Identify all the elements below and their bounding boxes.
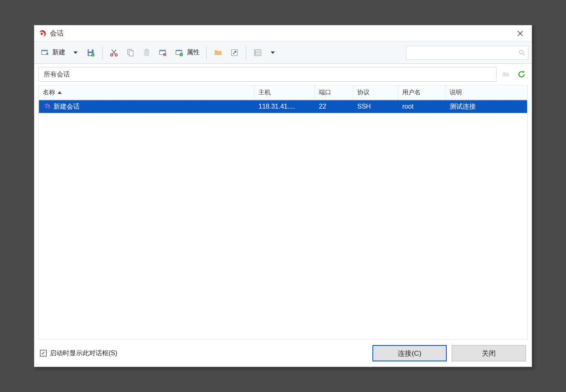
- column-header-port[interactable]: 端口: [315, 85, 353, 100]
- search-input[interactable]: [410, 49, 518, 56]
- table-header: 名称 主机 端口 协议 用户名 说明: [39, 85, 527, 100]
- svg-rect-11: [145, 49, 148, 50]
- shortcut-button[interactable]: [227, 45, 242, 60]
- properties-button-label: 属性: [187, 48, 200, 57]
- toolbar-separator: [206, 46, 207, 60]
- copy-button[interactable]: [123, 45, 138, 60]
- sessions-dialog: 会话 新建: [34, 25, 532, 367]
- view-list-icon: [253, 48, 263, 58]
- cell-description: 测试连接: [450, 103, 476, 110]
- checkbox-icon: ✓: [40, 350, 47, 356]
- properties-button[interactable]: 属性: [172, 45, 202, 60]
- close-icon: [517, 31, 523, 36]
- cell-host: 118.31.41....: [258, 103, 295, 110]
- column-header-description[interactable]: 说明: [446, 85, 527, 100]
- chevron-down-icon: [271, 51, 275, 54]
- svg-point-26: [45, 106, 47, 108]
- column-header-name-label: 名称: [43, 89, 55, 96]
- cell-protocol: SSH: [357, 103, 371, 110]
- save-button[interactable]: [83, 45, 98, 60]
- pathbar: 所有会话: [34, 64, 532, 85]
- svg-rect-22: [257, 51, 260, 51]
- folder-open-icon: [501, 70, 510, 79]
- toolbar: 新建: [34, 42, 532, 64]
- show-on-startup-label: 启动时显示此对话框(S): [50, 349, 117, 358]
- window-title: 会话: [50, 29, 64, 38]
- paste-button[interactable]: [139, 45, 154, 60]
- column-header-protocol[interactable]: 协议: [353, 85, 398, 100]
- path-value: 所有会话: [44, 70, 70, 79]
- svg-rect-24: [257, 53, 260, 54]
- svg-rect-13: [160, 50, 166, 51]
- svg-rect-20: [255, 52, 256, 53]
- view-button[interactable]: [250, 45, 265, 60]
- column-header-host-label: 主机: [258, 89, 271, 96]
- delete-button[interactable]: [156, 45, 170, 60]
- cell-name: 新建会话: [53, 102, 80, 111]
- toolbar-separator: [102, 46, 103, 60]
- title-left: 会话: [38, 29, 64, 38]
- column-header-username[interactable]: 用户名: [398, 85, 446, 100]
- column-header-description-label: 说明: [450, 89, 462, 96]
- new-button-label: 新建: [52, 48, 65, 57]
- column-header-name[interactable]: 名称: [39, 85, 254, 100]
- svg-point-0: [40, 32, 43, 35]
- cell-port: 22: [319, 103, 326, 110]
- search-box[interactable]: [406, 46, 528, 60]
- cell-username: root: [402, 103, 414, 110]
- cut-icon: [109, 48, 119, 58]
- shortcut-icon: [230, 48, 239, 58]
- sort-ascending-icon: [58, 91, 62, 94]
- svg-rect-21: [255, 53, 256, 54]
- save-icon: [86, 48, 96, 58]
- close-button[interactable]: [511, 27, 529, 40]
- table-row[interactable]: 新建会话 118.31.41.... 22 SSH root 测试连接: [39, 100, 527, 113]
- column-header-host[interactable]: 主机: [254, 85, 315, 100]
- app-logo-icon: [38, 29, 47, 38]
- refresh-icon: [517, 70, 526, 79]
- svg-rect-19: [255, 51, 256, 51]
- svg-point-25: [519, 50, 523, 54]
- session-icon: [43, 102, 51, 111]
- folder-open-button[interactable]: [500, 68, 512, 80]
- svg-rect-9: [129, 51, 133, 56]
- svg-rect-23: [257, 52, 260, 53]
- dialog-footer: ✓ 启动时显示此对话框(S) 连接(C) 关闭: [34, 340, 532, 367]
- delete-icon: [158, 48, 168, 58]
- svg-rect-15: [176, 50, 182, 51]
- column-header-username-label: 用户名: [402, 89, 421, 96]
- close-dialog-button-label: 关闭: [482, 349, 496, 358]
- new-dropdown[interactable]: [69, 45, 82, 60]
- properties-icon: [174, 48, 184, 58]
- refresh-button[interactable]: [515, 68, 528, 80]
- chevron-down-icon: [74, 51, 78, 54]
- search-icon: [518, 49, 526, 56]
- new-folder-button[interactable]: [211, 45, 225, 60]
- cut-button[interactable]: [107, 45, 121, 60]
- toolbar-separator: [246, 46, 246, 60]
- svg-rect-2: [42, 50, 48, 51]
- new-icon: [40, 48, 50, 58]
- column-header-protocol-label: 协议: [357, 89, 370, 96]
- table-body: 新建会话 118.31.41.... 22 SSH root 测试连接: [39, 100, 527, 339]
- connect-button[interactable]: 连接(C): [372, 345, 447, 361]
- column-header-port-label: 端口: [319, 89, 331, 96]
- paste-icon: [142, 48, 152, 58]
- path-field[interactable]: 所有会话: [38, 67, 497, 82]
- close-dialog-button[interactable]: 关闭: [452, 345, 526, 361]
- view-dropdown[interactable]: [267, 45, 279, 60]
- svg-rect-3: [89, 49, 91, 51]
- svg-rect-10: [144, 49, 149, 56]
- connect-button-label: 连接(C): [398, 349, 421, 358]
- new-button[interactable]: 新建: [38, 45, 68, 60]
- folder-icon: [213, 48, 223, 58]
- copy-icon: [125, 48, 135, 58]
- show-on-startup-checkbox[interactable]: ✓ 启动时显示此对话框(S): [40, 349, 117, 358]
- titlebar: 会话: [34, 25, 532, 42]
- sessions-table: 名称 主机 端口 协议 用户名 说明: [38, 85, 528, 340]
